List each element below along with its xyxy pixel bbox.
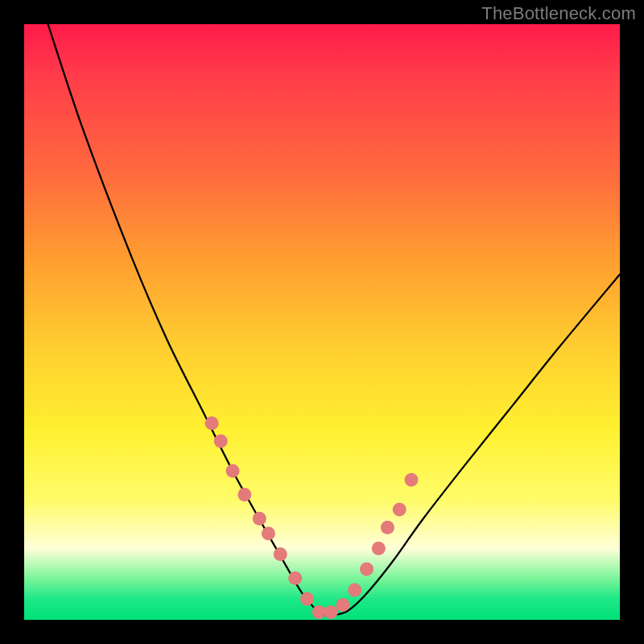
threshold-dot (312, 605, 326, 619)
chart-stage: TheBottleneck.com (0, 0, 644, 644)
threshold-dot (262, 526, 275, 540)
threshold-dot (226, 464, 240, 478)
bottleneck-curve (48, 24, 620, 616)
threshold-dot (324, 605, 338, 619)
threshold-dot (348, 584, 361, 597)
threshold-dot (205, 416, 219, 430)
threshold-dot (372, 542, 386, 555)
threshold-dot (300, 592, 314, 606)
threshold-dot (237, 488, 251, 502)
threshold-dot (288, 572, 302, 585)
threshold-dot (214, 435, 228, 448)
threshold-dot (381, 521, 394, 535)
threshold-dot (274, 547, 287, 561)
threshold-dot (405, 473, 419, 487)
threshold-dot (253, 512, 266, 526)
chart-plot-area (24, 24, 620, 620)
threshold-dot (393, 503, 407, 517)
threshold-dots-group (205, 416, 419, 619)
chart-svg (24, 24, 620, 620)
threshold-dot (360, 563, 374, 576)
watermark-text: TheBottleneck.com (481, 3, 636, 24)
threshold-dot (336, 598, 349, 612)
